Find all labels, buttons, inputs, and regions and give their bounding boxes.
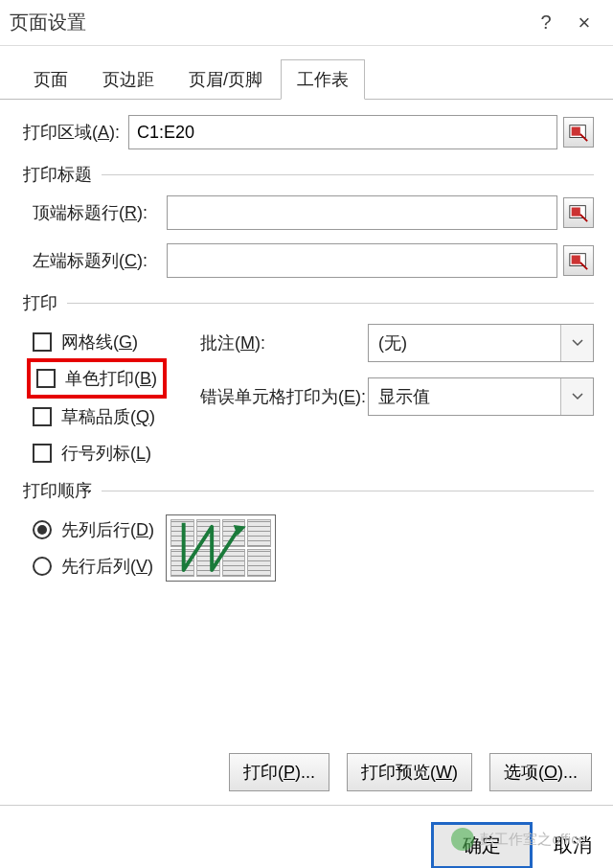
left-col-input[interactable]: [167, 243, 557, 278]
cancel-button[interactable]: 取消: [554, 833, 592, 858]
page-order-group-label: 打印顺序: [23, 479, 92, 502]
svg-rect-3: [572, 208, 580, 217]
print-button[interactable]: 打印(P)...: [229, 753, 329, 791]
tab-header-footer[interactable]: 页眉/页脚: [172, 59, 279, 100]
errors-label: 错误单元格打印为(E):: [200, 385, 368, 408]
over-then-down-radio[interactable]: 先行后列(V): [33, 548, 154, 584]
tab-sheet[interactable]: 工作表: [281, 59, 365, 100]
svg-rect-5: [572, 256, 580, 264]
draft-quality-label: 草稿品质(Q): [61, 405, 155, 428]
chevron-down-icon: [560, 378, 593, 415]
top-row-label: 顶端标题行(R):: [33, 201, 167, 224]
print-titles-group-label: 打印标题: [23, 163, 92, 186]
options-button[interactable]: 选项(O)...: [489, 753, 592, 791]
row-col-headings-label: 行号列标(L): [61, 442, 151, 465]
chevron-down-icon: [560, 325, 593, 361]
close-button[interactable]: ×: [565, 11, 603, 35]
dialog-title: 页面设置: [10, 10, 527, 35]
left-col-label: 左端标题列(C):: [33, 249, 167, 272]
errors-select[interactable]: 显示值: [368, 377, 594, 416]
top-row-input[interactable]: [167, 195, 557, 230]
help-button[interactable]: ?: [527, 11, 565, 34]
tab-margins[interactable]: 页边距: [86, 59, 170, 100]
ok-button[interactable]: 确定: [431, 822, 533, 868]
comments-label: 批注(M):: [200, 331, 368, 354]
row-col-headings-checkbox[interactable]: 行号列标(L): [33, 435, 200, 471]
down-then-over-radio[interactable]: 先列后行(D): [33, 512, 154, 548]
over-then-down-label: 先行后列(V): [61, 555, 153, 578]
print-area-picker-icon[interactable]: [563, 117, 594, 148]
svg-rect-1: [572, 127, 580, 136]
gridlines-checkbox[interactable]: 网格线(G): [33, 324, 200, 360]
print-preview-button[interactable]: 打印预览(W): [347, 753, 472, 791]
page-order-diagram: [166, 514, 276, 582]
black-and-white-label: 单色打印(B): [65, 367, 157, 390]
print-group-label: 打印: [23, 291, 57, 314]
gridlines-label: 网格线(G): [61, 331, 138, 354]
print-area-label: 打印区域(A):: [23, 121, 128, 144]
print-area-input[interactable]: [128, 115, 557, 149]
draft-quality-checkbox[interactable]: 草稿品质(Q): [33, 399, 200, 435]
left-col-picker-icon[interactable]: [563, 245, 594, 276]
tab-page[interactable]: 页面: [17, 59, 84, 100]
top-row-picker-icon[interactable]: [563, 197, 594, 228]
black-and-white-checkbox[interactable]: 单色打印(B): [36, 364, 157, 393]
comments-select[interactable]: (无): [368, 324, 594, 362]
down-then-over-label: 先列后行(D): [61, 518, 154, 541]
